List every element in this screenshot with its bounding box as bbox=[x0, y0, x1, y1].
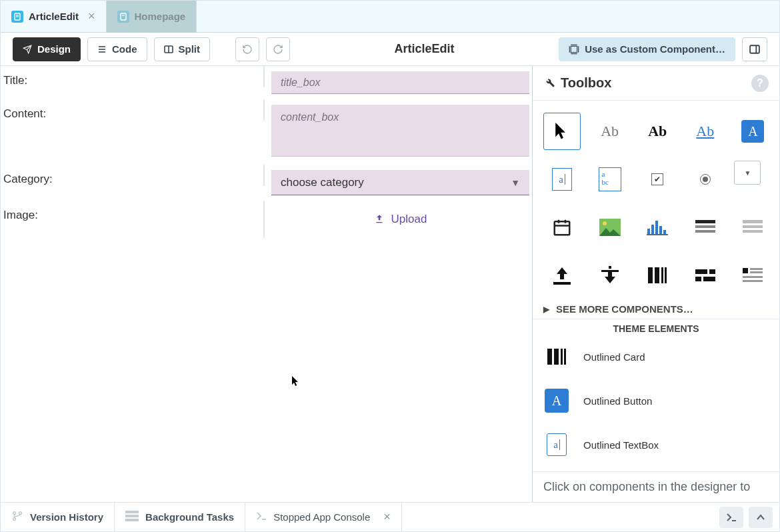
field-label-title: Title: bbox=[1, 66, 265, 87]
footer-tab-app-console[interactable]: Stopped App Console × bbox=[245, 503, 402, 532]
toolbar: Design Code Split ArticleEdit Use as Cus… bbox=[1, 33, 779, 66]
svg-rect-45 bbox=[695, 269, 707, 274]
tab-article-edit[interactable]: ArticleEdit × bbox=[1, 1, 107, 33]
svg-rect-62 bbox=[125, 515, 139, 517]
tool-datagrid[interactable] bbox=[687, 209, 724, 246]
svg-rect-50 bbox=[750, 268, 763, 270]
svg-rect-27 bbox=[651, 225, 654, 234]
chevron-right-icon: ▶ bbox=[543, 305, 549, 314]
tool-repeating-panel[interactable] bbox=[734, 209, 771, 246]
tab-strip: ArticleEdit × Homepage bbox=[1, 1, 779, 33]
redo-button[interactable] bbox=[266, 37, 290, 61]
tool-image[interactable] bbox=[591, 209, 629, 246]
svg-rect-3 bbox=[121, 13, 126, 20]
footer-tab-label: Background Tasks bbox=[145, 511, 234, 523]
split-button[interactable]: Split bbox=[154, 37, 211, 61]
help-icon[interactable]: ? bbox=[751, 75, 769, 92]
tool-download[interactable] bbox=[591, 257, 629, 294]
tool-link[interactable]: Ab bbox=[687, 113, 724, 150]
tool-datepicker[interactable] bbox=[543, 209, 581, 246]
upload-label: Upload bbox=[391, 213, 427, 226]
footer-tab-label: Stopped App Console bbox=[273, 511, 370, 523]
content-input[interactable] bbox=[271, 105, 529, 157]
upload-button[interactable]: Upload bbox=[271, 206, 529, 233]
theme-elements-header: THEME ELEMENTS bbox=[533, 319, 779, 338]
page-title: ArticleEdit bbox=[297, 42, 552, 56]
card-icon bbox=[543, 343, 570, 370]
theme-item-outlined-card[interactable]: Outlined Card bbox=[543, 341, 769, 373]
chevron-down-icon: ▼ bbox=[511, 177, 520, 188]
design-button[interactable]: Design bbox=[13, 37, 81, 61]
svg-rect-10 bbox=[571, 46, 577, 52]
design-canvas[interactable]: Title: Content: Category: choose categor… bbox=[1, 66, 533, 502]
svg-rect-37 bbox=[743, 230, 763, 233]
footer-bar: Version History Background Tasks Stopped… bbox=[1, 502, 779, 531]
svg-rect-42 bbox=[655, 267, 659, 283]
footer-tab-background-tasks[interactable]: Background Tasks bbox=[115, 503, 245, 532]
tool-textbox[interactable]: a bbox=[543, 161, 581, 198]
svg-rect-57 bbox=[564, 349, 566, 365]
tool-flow-panel[interactable] bbox=[687, 257, 724, 294]
theme-elements-list: Outlined Card A Outlined Button a Outlin… bbox=[533, 338, 779, 463]
panel-toggle-button[interactable] bbox=[742, 37, 767, 61]
field-label-image: Image: bbox=[1, 201, 265, 238]
svg-rect-51 bbox=[750, 271, 763, 273]
theme-item-label: Outlined Button bbox=[583, 395, 652, 407]
theme-item-outlined-button[interactable]: A Outlined Button bbox=[543, 385, 769, 417]
svg-rect-56 bbox=[561, 349, 563, 365]
theme-item-outlined-textbox[interactable]: a Outlined TextBox bbox=[543, 429, 769, 461]
undo-button[interactable] bbox=[235, 37, 259, 61]
svg-rect-26 bbox=[647, 229, 650, 234]
svg-rect-28 bbox=[655, 221, 658, 234]
title-input[interactable] bbox=[271, 71, 529, 94]
tool-checkbox[interactable]: ✔ bbox=[639, 161, 676, 198]
tasks-icon bbox=[125, 511, 139, 523]
cursor-icon bbox=[292, 376, 300, 387]
toolbox-hint: Click on components in the designer to bbox=[533, 471, 779, 502]
use-as-custom-component-button[interactable]: Use as Custom Component… bbox=[559, 37, 735, 61]
tool-cursor[interactable] bbox=[543, 113, 581, 150]
branch-icon bbox=[11, 510, 23, 524]
svg-rect-33 bbox=[695, 225, 715, 228]
tab-label: ArticleEdit bbox=[29, 11, 79, 22]
button-label: Use as Custom Component… bbox=[585, 43, 725, 55]
tab-homepage[interactable]: Homepage bbox=[107, 1, 197, 33]
tool-label[interactable]: Ab bbox=[591, 113, 629, 150]
close-icon[interactable]: × bbox=[88, 9, 95, 23]
close-icon[interactable]: × bbox=[383, 510, 391, 524]
textbox-icon: a bbox=[543, 431, 570, 458]
tool-chart[interactable] bbox=[639, 209, 676, 246]
svg-rect-49 bbox=[743, 268, 748, 273]
tool-column-panel[interactable] bbox=[639, 257, 676, 294]
svg-rect-41 bbox=[648, 267, 653, 283]
see-more-components[interactable]: ▶ SEE MORE COMPONENTS… bbox=[533, 299, 779, 319]
theme-item-label: Outlined TextBox bbox=[583, 439, 659, 451]
footer-tab-version-history[interactable]: Version History bbox=[1, 503, 115, 532]
open-console-button[interactable] bbox=[719, 507, 743, 528]
code-button[interactable]: Code bbox=[87, 37, 147, 61]
form-icon bbox=[11, 11, 23, 23]
svg-rect-52 bbox=[743, 276, 763, 278]
tool-textarea[interactable]: a bc bbox=[591, 161, 629, 198]
console-icon bbox=[256, 511, 267, 523]
tool-button[interactable]: A bbox=[734, 113, 771, 150]
expand-panel-button[interactable] bbox=[749, 507, 773, 528]
tool-file-loader[interactable] bbox=[543, 257, 581, 294]
toolbox-pane: Toolbox ? Ab Ab Ab A bbox=[533, 66, 779, 502]
tool-bold-label[interactable]: Ab bbox=[639, 113, 676, 150]
svg-rect-39 bbox=[609, 266, 611, 269]
button-icon: A bbox=[543, 387, 570, 414]
field-label-category: Category: bbox=[1, 165, 265, 186]
svg-rect-29 bbox=[659, 226, 662, 234]
svg-point-25 bbox=[603, 221, 607, 225]
dropdown-placeholder: choose category bbox=[281, 176, 364, 189]
wrench-icon bbox=[543, 76, 555, 91]
tool-radio[interactable] bbox=[687, 161, 724, 198]
svg-rect-55 bbox=[554, 349, 559, 365]
tool-rich-text[interactable] bbox=[734, 257, 771, 294]
button-label: Split bbox=[179, 43, 201, 55]
tool-dropdown[interactable]: ▼ bbox=[734, 161, 761, 185]
field-label-content: Content: bbox=[1, 99, 265, 121]
category-dropdown[interactable]: choose category ▼ bbox=[271, 170, 529, 195]
svg-rect-30 bbox=[663, 230, 666, 234]
